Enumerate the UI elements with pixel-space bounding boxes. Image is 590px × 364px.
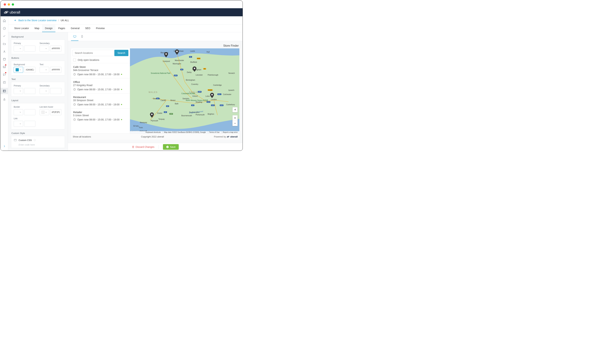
btn-bg-hex[interactable] bbox=[24, 67, 35, 73]
rail-expand[interactable] bbox=[2, 144, 7, 149]
bg-secondary-hex[interactable] bbox=[50, 46, 61, 52]
map-attribution-item: Map data ©2022 GeoBasis-DE/BKG (©2009), … bbox=[163, 131, 207, 133]
text-primary-hex[interactable] bbox=[24, 88, 35, 94]
close-window-dot[interactable] bbox=[4, 3, 6, 6]
map-locate-button[interactable] bbox=[232, 107, 238, 112]
minimize-window-dot[interactable] bbox=[8, 3, 10, 6]
rail-location[interactable] bbox=[2, 49, 7, 54]
layout-border-swatch[interactable] bbox=[14, 109, 23, 115]
rail-dashboard[interactable] bbox=[2, 26, 7, 31]
map-zoom-in[interactable]: + bbox=[233, 115, 237, 121]
map-road-shield: M40 bbox=[198, 91, 202, 93]
location-item[interactable]: Retailer 5 Union Street Open now 08:00 -… bbox=[71, 108, 130, 124]
finder-search-button[interactable]: Search bbox=[114, 50, 128, 56]
map-city-label: Ipswich bbox=[229, 89, 234, 91]
layout-link-hex[interactable] bbox=[24, 121, 35, 127]
location-item[interactable]: Restaurant 33 Simpson Street Open now 08… bbox=[71, 93, 130, 108]
open-status-dot bbox=[121, 104, 122, 105]
rail-folder[interactable] bbox=[2, 42, 7, 46]
svg-rect-7 bbox=[3, 90, 6, 92]
map-city-label: Torquay bbox=[158, 118, 165, 120]
btn-bg-swatch[interactable] bbox=[14, 67, 23, 73]
zoom-window-dot[interactable] bbox=[12, 3, 14, 6]
rail-database[interactable] bbox=[2, 57, 7, 62]
finder-search-input[interactable] bbox=[72, 50, 114, 56]
rail-chat[interactable] bbox=[2, 72, 7, 77]
tab-preview[interactable]: Preview bbox=[93, 25, 107, 32]
svg-rect-9 bbox=[14, 139, 16, 141]
map-attribution-item[interactable]: Report a map error bbox=[222, 131, 239, 133]
bg-primary-hex[interactable] bbox=[24, 46, 35, 52]
finder-map[interactable]: BlackpoolGreat BritainLeedsHullLiverpool… bbox=[130, 48, 239, 133]
map-road-shield: M4 bbox=[156, 98, 159, 99]
map-pin-icon[interactable] bbox=[210, 93, 214, 98]
location-item[interactable]: Office 27 Kingsley Road Open now 08:00 -… bbox=[71, 78, 130, 93]
map-city-label: Newquay bbox=[140, 122, 147, 124]
design-panel: Background Primary Secondar bbox=[8, 32, 68, 151]
svg-rect-11 bbox=[73, 35, 76, 37]
discard-button[interactable]: Discard Changes bbox=[132, 146, 154, 148]
save-button[interactable]: Save bbox=[163, 144, 179, 150]
layout-link-swatch[interactable] bbox=[14, 121, 23, 127]
map-attribution-item[interactable]: Terms of Use bbox=[208, 131, 221, 133]
tab-pages[interactable]: Pages bbox=[55, 25, 68, 32]
map-pin-icon[interactable] bbox=[164, 52, 168, 57]
finder-show-all[interactable]: Show all locations bbox=[73, 135, 91, 138]
layout-hover-swatch[interactable] bbox=[40, 109, 49, 115]
map-city-label: Brighton bbox=[208, 113, 214, 115]
bg-primary-swatch[interactable] bbox=[14, 46, 23, 52]
svg-point-1 bbox=[6, 12, 7, 13]
rail-user[interactable] bbox=[2, 97, 7, 102]
btn-text-swatch[interactable] bbox=[40, 67, 49, 73]
rail-reviews[interactable] bbox=[2, 80, 7, 85]
svg-point-19 bbox=[176, 51, 178, 52]
tab-design[interactable]: Design bbox=[42, 25, 55, 32]
btn-text-hex[interactable] bbox=[50, 67, 61, 73]
location-name: Office bbox=[73, 80, 128, 84]
map-city-label: St Ives bbox=[133, 125, 139, 127]
nav-rail bbox=[0, 16, 8, 151]
map-road-shield: A1 bbox=[203, 68, 206, 70]
device-desktop-tab[interactable] bbox=[71, 32, 79, 41]
tab-seo[interactable]: SEO bbox=[82, 25, 93, 32]
text-secondary-swatch[interactable] bbox=[40, 88, 49, 94]
code-icon bbox=[14, 138, 17, 142]
section-buttons-title: Buttons bbox=[11, 57, 65, 59]
layout-hover-hex[interactable] bbox=[50, 109, 61, 115]
finder-filter-open[interactable]: Only open locations bbox=[71, 58, 130, 63]
tab-map[interactable]: Map bbox=[32, 25, 42, 32]
rail-store-locator[interactable] bbox=[0, 88, 8, 94]
tab-store-locator[interactable]: Store Locator bbox=[11, 25, 32, 32]
layout-border-hex[interactable] bbox=[24, 109, 35, 115]
back-arrow-icon[interactable] bbox=[14, 19, 17, 22]
map-city-label: Plymouth bbox=[151, 120, 158, 122]
map-city-label: Luton bbox=[206, 95, 210, 97]
bg-secondary-swatch[interactable] bbox=[40, 46, 49, 52]
brand-logo-icon bbox=[4, 10, 9, 15]
map-city-label: Portsmouth bbox=[196, 114, 204, 116]
rail-analytics[interactable] bbox=[2, 34, 7, 39]
map-attribution-item[interactable]: Keyboard shortcuts bbox=[144, 131, 162, 133]
svg-point-18 bbox=[165, 53, 167, 55]
device-mobile-tab[interactable] bbox=[79, 32, 86, 41]
svg-point-22 bbox=[151, 114, 153, 115]
map-pin-icon[interactable] bbox=[150, 112, 154, 118]
map-zoom-out[interactable]: − bbox=[233, 121, 237, 126]
map-pin-icon[interactable] bbox=[175, 49, 179, 55]
tab-general[interactable]: General bbox=[68, 25, 82, 32]
text-primary-swatch[interactable] bbox=[14, 88, 23, 94]
map-road-shield: M25 bbox=[207, 101, 210, 103]
rail-inbox[interactable] bbox=[2, 65, 7, 69]
location-address: 33 Simpson Street bbox=[73, 99, 128, 102]
device-tabs bbox=[68, 32, 243, 41]
map-city-label: Liverpool bbox=[163, 60, 170, 62]
map-pin-icon[interactable] bbox=[192, 66, 197, 72]
info-icon[interactable] bbox=[33, 139, 36, 141]
finder-title: Store Finder bbox=[71, 44, 239, 47]
location-item[interactable]: Cafe Store 94A Grosvenor Terrace Open no… bbox=[71, 63, 130, 78]
breadcrumb-back-link[interactable]: Back to the Store Locator overview bbox=[18, 19, 57, 22]
map-city-label: Leicester bbox=[196, 74, 203, 76]
text-secondary-hex[interactable] bbox=[50, 88, 61, 94]
custom-css-placeholder[interactable]: Enter code here bbox=[19, 143, 62, 146]
rail-home[interactable] bbox=[2, 18, 7, 23]
